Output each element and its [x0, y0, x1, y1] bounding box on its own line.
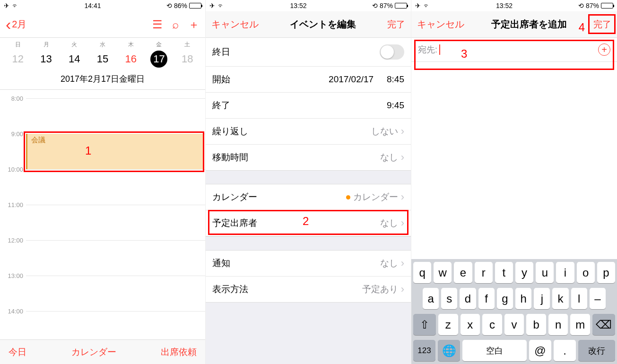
add-contact-icon[interactable]: + [598, 43, 610, 56]
hour-label: 10:00 [3, 166, 23, 173]
weekday-header: 日 月 火 水 木 金 土 [0, 38, 205, 50]
battery-percent: 86% [174, 2, 187, 9]
key-n[interactable]: n [548, 314, 568, 335]
event-title: 会議 [31, 136, 45, 144]
add-invitees-view: ✈ ᯤ 13:52 ⟲ 87% キャンセル 予定出席者を追加 完了 4 宛先: … [411, 0, 617, 364]
key-z[interactable]: z [438, 314, 458, 335]
calendars-button[interactable]: カレンダー [71, 346, 116, 358]
row-label: 通知 [212, 257, 230, 269]
key-f[interactable]: f [478, 288, 495, 309]
add-icon[interactable]: ＋ [188, 17, 200, 32]
weekday: 土 [173, 41, 201, 49]
calendar-value: カレンダー [353, 191, 398, 203]
key-o[interactable]: o [577, 262, 595, 283]
status-time: 14:41 [84, 2, 101, 9]
all-day-row[interactable]: 終日 [206, 38, 411, 67]
bottom-toolbar: 今日 カレンダー 出席依頼 [0, 339, 205, 364]
alert-row[interactable]: 通知 なし› [206, 251, 411, 277]
row-label: 表示方法 [212, 283, 248, 295]
chevron-right-icon: › [401, 191, 404, 203]
at-key[interactable]: @ [529, 340, 551, 361]
key-i[interactable]: i [556, 262, 574, 283]
key-p[interactable]: p [597, 262, 615, 283]
status-bar: ✈ ᯤ 14:41 ⟲ 86% [0, 0, 205, 11]
dot-key[interactable]: . [554, 340, 576, 361]
timeline[interactable]: 8:00 9:00 10:00 11:00 12:00 13:00 14:00 … [0, 90, 205, 339]
day-14[interactable]: 14 [60, 53, 88, 65]
annotation-2: 2 [303, 215, 309, 228]
key-j[interactable]: j [534, 288, 550, 309]
keyboard-row-1: q w e r t y u i o p [413, 262, 615, 283]
airplane-icon: ✈ [415, 2, 421, 9]
day-16[interactable]: 16 [117, 53, 145, 65]
key-l[interactable]: l [571, 288, 587, 309]
key-g[interactable]: g [497, 288, 513, 309]
annotation-1: 1 [85, 144, 91, 157]
key-b[interactable]: b [526, 314, 546, 335]
all-day-toggle[interactable] [380, 44, 404, 60]
key-w[interactable]: w [434, 262, 452, 283]
key-q[interactable]: q [413, 262, 431, 283]
recipient-field[interactable]: 宛先: + [411, 38, 617, 62]
day-18[interactable]: 18 [173, 53, 201, 65]
travel-time-row[interactable]: 移動時間 なし› [206, 145, 411, 170]
repeat-row[interactable]: 繰り返し しない› [206, 119, 411, 145]
key-m[interactable]: m [570, 314, 590, 335]
day-17-selected[interactable]: 17 [145, 51, 174, 68]
text-cursor [439, 44, 440, 55]
event-block[interactable]: 会議 [26, 134, 203, 169]
day-15[interactable]: 15 [88, 53, 117, 65]
inbox-button[interactable]: 出席依頼 [161, 346, 197, 358]
cancel-button[interactable]: キャンセル [417, 18, 464, 31]
done-button[interactable]: 完了 [593, 18, 611, 31]
key-dash[interactable]: – [590, 288, 606, 309]
key-c[interactable]: c [482, 314, 502, 335]
key-x[interactable]: x [461, 314, 480, 335]
back-button[interactable]: 2月 [6, 15, 26, 34]
key-r[interactable]: r [475, 262, 493, 283]
keyboard-row-3: ⇧ z x c v b n m ⌫ [413, 314, 615, 335]
key-t[interactable]: t [495, 262, 513, 283]
key-e[interactable]: e [454, 262, 472, 283]
key-y[interactable]: y [515, 262, 533, 283]
hour-label: 12:00 [3, 237, 23, 244]
day-13[interactable]: 13 [32, 53, 61, 65]
space-key[interactable]: 空白 [462, 340, 527, 361]
cancel-button[interactable]: キャンセル [211, 18, 259, 31]
list-view-icon[interactable]: ☰ [152, 18, 163, 31]
shift-key[interactable]: ⇧ [413, 314, 436, 335]
start-date: 2017/02/17 [329, 74, 374, 85]
end-row[interactable]: 終了 9:45 [206, 93, 411, 119]
delete-key[interactable]: ⌫ [592, 314, 615, 335]
key-h[interactable]: h [515, 288, 531, 309]
status-bar: ✈ ᯤ 13:52 ⟲ 87% [206, 0, 411, 11]
key-d[interactable]: d [460, 288, 476, 309]
repeat-value: しない [371, 125, 398, 138]
globe-key[interactable]: 🌐 [438, 340, 460, 361]
nav-title: イベントを編集 [290, 18, 356, 31]
show-as-row[interactable]: 表示方法 予定あり› [206, 277, 411, 302]
rotation-lock-icon: ⟲ [166, 2, 172, 9]
start-row[interactable]: 開始 2017/02/17 8:45 [206, 67, 411, 93]
event-settings-list[interactable]: 終日 開始 2017/02/17 8:45 終了 9:45 繰り返し し [206, 38, 411, 364]
search-icon[interactable]: ⌕ [172, 18, 179, 31]
key-u[interactable]: u [536, 262, 554, 283]
key-k[interactable]: k [552, 288, 568, 309]
day-12[interactable]: 12 [4, 53, 32, 65]
annotation-4: 4 [579, 21, 585, 34]
return-key[interactable]: 改行 [578, 340, 615, 361]
numbers-key[interactable]: 123 [413, 340, 435, 361]
nav-bar: 2月 ☰ ⌕ ＋ [0, 11, 205, 38]
calendar-row[interactable]: カレンダー カレンダー› [206, 184, 411, 210]
key-v[interactable]: v [504, 314, 524, 335]
key-a[interactable]: a [423, 288, 439, 309]
done-button[interactable]: 完了 [387, 18, 405, 31]
today-button[interactable]: 今日 [9, 346, 26, 358]
hour-label: 9:00 [3, 130, 23, 138]
wifi-icon: ᯤ [12, 2, 19, 9]
key-s[interactable]: s [441, 288, 457, 309]
calendar-color-dot [346, 195, 350, 199]
nav-title: 予定出席者を追加 [491, 18, 567, 31]
weekday: 木 [117, 41, 145, 49]
rotation-lock-icon: ⟲ [578, 2, 584, 9]
